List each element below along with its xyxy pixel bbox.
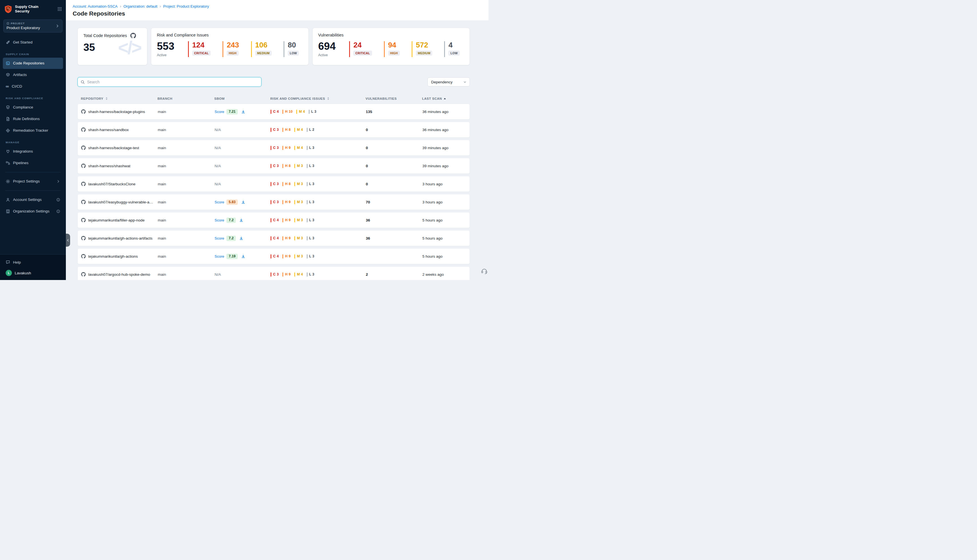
risk-cell: C 4H 9M 3L 3 (271, 236, 366, 240)
repository-name[interactable]: lavakush07/argocd-hub-spoke-demo (88, 272, 150, 277)
download-sbom-icon[interactable] (241, 254, 246, 258)
plug-icon (6, 149, 10, 154)
table-row[interactable]: lavakush07/argocd-hub-spoke-demomainN/AC… (77, 267, 470, 280)
repository-name[interactable]: tejakummarikuntla/gh-actions-artifacts (88, 236, 152, 240)
repository-name[interactable]: lavakush07/easybuggy-vulnerable-app... (88, 200, 154, 204)
sbom-score-link[interactable]: Score (215, 218, 224, 222)
module-grid-icon[interactable] (57, 7, 62, 11)
sbom-score-value: 7.19 (226, 254, 238, 259)
sidebar-item-rule-definitions[interactable]: Rule Definitions (3, 113, 63, 125)
repository-cell: lavakush07/StarbucksClone (81, 182, 158, 186)
sidebar-item-help[interactable]: Help (3, 257, 63, 268)
table-row[interactable]: tejakummarikuntla/gh-actionsmainScore7.1… (77, 248, 470, 264)
branch-cell: main (158, 128, 215, 132)
table-row[interactable]: lavakush07/easybuggy-vulnerable-app...ma… (77, 194, 470, 210)
user-menu[interactable]: L Lavakush (3, 268, 63, 277)
sidebar-item-compliance[interactable]: Compliance (3, 102, 63, 113)
risk-cell: C 3H 9M 4L 3 (271, 146, 366, 150)
repository-name[interactable]: shash-harness/sandbox (88, 128, 129, 132)
info-icon (56, 198, 60, 202)
table-row[interactable]: shash-harness/backstage-testmainN/AC 3H … (77, 140, 470, 156)
risk-count-low: L 3 (307, 182, 314, 186)
table-header: REPOSITORYBRANCHSBOMRISK AND COMPLIANCE … (77, 97, 470, 100)
pipeline-icon (6, 161, 10, 165)
stat-medium: 572MEDIUM (412, 41, 432, 57)
table-row[interactable]: lavakush07/StarbucksClonemainN/AC 3H 8M … (77, 176, 470, 192)
repository-name[interactable]: tejakummarikuntla/gh-actions (88, 254, 138, 258)
column-header-last-scan[interactable]: LAST SCAN (422, 97, 470, 100)
target-icon (6, 128, 10, 133)
risk-count-low: L 3 (307, 254, 314, 258)
sbom-score-link[interactable]: Score (215, 236, 224, 240)
sidebar-item-integrations[interactable]: Integrations (3, 146, 63, 157)
risk-count-medium: M 3 (294, 218, 303, 222)
download-sbom-icon[interactable] (239, 218, 244, 222)
risk-compliance-card: Risk and Compliance Issues 553 Active 12… (151, 28, 309, 65)
sidebar-item-remediation-tracker[interactable]: Remediation Tracker (3, 125, 63, 136)
branch-cell: main (158, 236, 215, 240)
breadcrumb-separator: › (160, 4, 161, 8)
risk-count-medium: M 4 (294, 128, 303, 132)
table-row[interactable]: shash-harness/shashwatmainN/AC 3H 8M 3L … (77, 158, 470, 174)
sidebar-item-account-settings[interactable]: Account Settings (3, 194, 63, 205)
table-row[interactable]: tejakummarikuntla/filler-app-nodemainSco… (77, 212, 470, 228)
repository-name[interactable]: tejakummarikuntla/filler-app-node (88, 218, 145, 222)
risk-stats: 124CRITICAL243HIGH106MEDIUM80LOW (188, 41, 299, 57)
sidebar-item-code-repositories[interactable]: Code Repositories (3, 58, 63, 69)
search-input[interactable] (87, 80, 258, 84)
risk-cell: C 4H 10M 4L 3 (271, 110, 366, 114)
repository-name[interactable]: shash-harness/backstage-plugins (88, 110, 145, 114)
sidebar-item-label: Organization Settings (13, 209, 53, 213)
column-header-repository[interactable]: REPOSITORY (81, 97, 157, 100)
card-title: Vulnerabilities (318, 33, 344, 37)
repository-cell: lavakush07/argocd-hub-spoke-demo (81, 272, 158, 277)
building-icon (6, 209, 10, 213)
table-row[interactable]: shash-harness/backstage-pluginsmainScore… (77, 104, 470, 120)
sbom-cell: Score7.2 (215, 236, 271, 241)
risk-count-medium: M 4 (294, 272, 303, 277)
download-sbom-icon[interactable] (241, 110, 246, 114)
risk-count-low: L 3 (307, 272, 314, 277)
sidebar-item-get-started[interactable]: Get Started (3, 37, 63, 48)
stat-critical: 24CRITICAL (349, 41, 372, 57)
sidebar-item-project-settings[interactable]: Project Settings (3, 176, 63, 187)
dependency-filter-select[interactable]: Dependency (428, 77, 470, 87)
infinity-icon: ∞ (6, 84, 9, 89)
column-header-branch: BRANCH (157, 97, 214, 100)
stat-label: CRITICAL (192, 50, 210, 56)
breadcrumb-link[interactable]: Project: Product Exploratory (163, 4, 209, 8)
sidebar-item-label: Code Repositories (13, 61, 60, 65)
sbom-score-link[interactable]: Score (215, 200, 224, 204)
support-headset-icon[interactable] (481, 267, 488, 275)
sidebar-item-artifacts[interactable]: Artifacts (3, 69, 63, 80)
repository-name[interactable]: lavakush07/StarbucksClone (88, 182, 135, 186)
sidebar-collapse-handle[interactable] (66, 234, 70, 247)
sidebar-item-label: Integrations (13, 149, 60, 153)
project-name: Product Exploratory (7, 26, 55, 30)
breadcrumb-link[interactable]: Account: Automation-SSCA (73, 4, 118, 8)
sidebar-item-cicd[interactable]: ∞CI/CD (3, 81, 63, 92)
vulnerabilities-cell: 0 (366, 164, 423, 168)
stat-medium: 106MEDIUM (251, 41, 272, 57)
rocket-icon (6, 40, 10, 45)
stat-high: 243HIGH (222, 41, 239, 57)
sbom-cell: N/A (215, 182, 271, 186)
search-box[interactable] (77, 77, 262, 87)
breadcrumb-link[interactable]: Organization: default (124, 4, 157, 8)
sidebar-item-pipelines[interactable]: Pipelines (3, 157, 63, 169)
repository-name[interactable]: shash-harness/backstage-test (88, 146, 139, 150)
download-sbom-icon[interactable] (239, 236, 244, 240)
download-sbom-icon[interactable] (241, 200, 246, 204)
last-scan-cell: 39 minutes ago (423, 146, 469, 150)
table-row[interactable]: shash-harness/sandboxmainN/AC 3H 8M 4L 2… (77, 122, 470, 138)
table-row[interactable]: tejakummarikuntla/gh-actions-artifactsma… (77, 230, 470, 246)
sbom-score-link[interactable]: Score (215, 110, 224, 114)
branch-cell: main (158, 146, 215, 150)
sidebar-item-organization-settings[interactable]: Organization Settings (3, 206, 63, 217)
column-header-risk-and-compliance-issues[interactable]: RISK AND COMPLIANCE ISSUES (270, 97, 366, 100)
sbom-score-link[interactable]: Score (215, 254, 224, 258)
project-selector[interactable]: PROJECT Product Exploratory (3, 20, 62, 32)
repository-cell: tejakummarikuntla/gh-actions-artifacts (81, 236, 158, 240)
repository-name[interactable]: shash-harness/shashwat (88, 164, 130, 168)
total-repositories-card: Total Code Repositories 35 </> (77, 28, 147, 65)
